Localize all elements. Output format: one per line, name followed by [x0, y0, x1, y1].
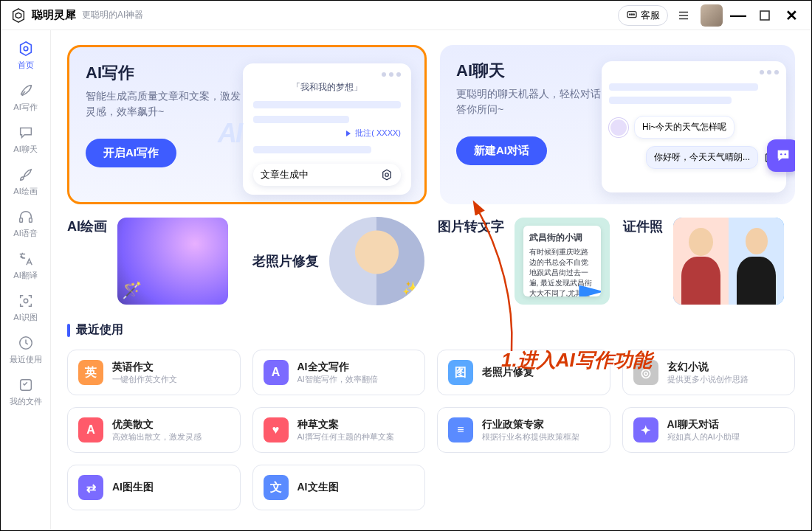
sidebar-item-write[interactable]: AI写作 [1, 81, 50, 113]
recent-card-essay[interactable]: A优美散文高效输出散文，激发灵感 [67, 407, 241, 453]
main-content: AI写作 智能生成高质量文章和文案，激发灵感，效率飙升~ 开启AI写作 「我和我… [51, 30, 811, 530]
recent-card-subtitle: 宛如真人的AI小助理 [667, 431, 740, 442]
sidebar-item-label: AI聊天 [13, 144, 37, 155]
recent-card-icon: ♥ [264, 417, 289, 442]
sidebar-item-label: 最近使用 [10, 354, 42, 365]
svg-point-17 [785, 153, 786, 155]
sidebar-item-home[interactable]: 首页 [1, 39, 50, 71]
recent-grid: 英英语作文一键创作英文作文AAI全文写作AI智能写作，效率翻倍图老照片修复◎玄幻… [67, 350, 795, 510]
recent-card-restore[interactable]: 图老照片修复 [437, 350, 610, 395]
hero-card-ai-chat[interactable]: AI聊天 更聪明的聊天机器人，轻松对话，答你所问~ 新建AI对话 Hi~今天的天… [440, 45, 795, 204]
folder-icon [16, 375, 35, 395]
tool-title: AI绘画 [67, 218, 107, 305]
sidebar-item-label: AI识图 [13, 312, 37, 323]
sidebar-item-draw[interactable]: AI绘画 [1, 165, 50, 197]
recent-card-title: 英语作文 [112, 361, 177, 374]
preview-annotation-label: 批注( XXXX) [253, 128, 401, 139]
speech-bubble-icon [626, 10, 638, 21]
svg-rect-7 [760, 11, 769, 20]
tool-photo-restore[interactable]: 老照片修复 [252, 218, 424, 305]
titlebar: 聪明灵犀 更聪明的AI神器 客服 — ✕ [1, 1, 811, 30]
new-ai-chat-button[interactable]: 新建AI对话 [456, 136, 547, 165]
recent-card-icon: ◎ [633, 360, 658, 385]
hero-card-ai-write[interactable]: AI写作 智能生成高质量文章和文案，激发灵感，效率飙升~ 开启AI写作 「我和我… [67, 45, 427, 204]
recent-card-txt2img[interactable]: 文AI文生图 [252, 465, 426, 510]
svg-point-11 [24, 299, 28, 303]
scan-icon [16, 291, 35, 310]
support-label: 客服 [641, 9, 660, 22]
sidebar-item-files[interactable]: 我的文件 [1, 375, 50, 407]
sidebar-item-translate[interactable]: AI翻译 [1, 249, 50, 281]
recent-card-icon: 英 [78, 360, 103, 385]
recent-card-icon: 文 [264, 475, 289, 500]
recent-card-icon: 图 [448, 360, 473, 385]
recent-card-chat[interactable]: ✦AI聊天对话宛如真人的AI小助理 [622, 407, 796, 453]
tool-preview-image [329, 217, 424, 305]
write-preview-panel: 「我和我的梦想」 批注( XXXX) AI 文章生成中 [243, 63, 411, 195]
sidebar-item-label: 我的文件 [10, 396, 42, 407]
recent-card-subtitle: 一键创作英文作文 [112, 374, 177, 385]
sidebar-item-label: AI绘画 [13, 186, 37, 197]
clock-icon [16, 333, 35, 353]
svg-point-2 [631, 14, 632, 15]
sidebar: 首页 AI写作 AI聊天 AI绘画 AI语音 AI翻译 AI识图 最近使用 [1, 30, 51, 530]
translate-icon [16, 249, 35, 268]
tool-id-photo[interactable]: 证件照 [623, 218, 795, 305]
hero-description: 更聪明的聊天机器人，轻松对话，答你所问~ [456, 86, 611, 117]
chat-fab-icon [767, 139, 795, 172]
sidebar-item-label: 首页 [18, 60, 34, 71]
window-minimize-button[interactable]: — [727, 4, 749, 27]
sidebar-item-voice[interactable]: AI语音 [1, 207, 50, 239]
tool-ocr[interactable]: 图片转文字 武昌街的小调 有时候到重庆吃路边的书总会不自觉地跟武昌街过去一遍, … [438, 218, 610, 305]
support-button[interactable]: 客服 [618, 5, 668, 26]
headphone-icon [16, 207, 35, 226]
menu-button[interactable] [672, 4, 695, 27]
svg-point-8 [24, 46, 28, 51]
recent-card-english[interactable]: 英英语作文一键创作英文作文 [67, 350, 241, 395]
avatar-icon [609, 118, 628, 137]
app-logo-icon [10, 7, 27, 24]
preview-status-text: 文章生成中 [261, 168, 309, 181]
sidebar-item-ocr[interactable]: AI识图 [1, 291, 50, 323]
square-icon [760, 10, 770, 21]
ocr-doc-body: 有时候到重庆吃路边的书总会不自觉地跟武昌街过去一遍, 最近发现武昌街大大不同了,… [529, 247, 596, 297]
recent-card-img2img[interactable]: ⇄AI图生图 [67, 465, 241, 510]
svg-rect-9 [19, 218, 22, 223]
window-close-button[interactable]: ✕ [780, 4, 802, 27]
hero-description: 智能生成高质量文章和文案，激发灵感，效率飙升~ [86, 88, 241, 119]
recent-card-icon: ✦ [633, 417, 658, 442]
recent-card-title: 老照片修复 [482, 366, 534, 379]
recent-card-title: AI全文写作 [297, 361, 378, 374]
sidebar-item-chat[interactable]: AI聊天 [1, 123, 50, 155]
tool-ai-painting[interactable]: AI绘画 [67, 218, 239, 305]
preview-quote: 「我和我的梦想」 [253, 81, 401, 94]
recent-card-grass[interactable]: ♥种草文案AI撰写任何主题的种草文案 [252, 407, 426, 453]
recent-card-policy[interactable]: ≡行业政策专家根据行业名称提供政策框架 [437, 407, 610, 453]
recent-card-icon: ⇄ [78, 475, 103, 500]
tool-title: 图片转文字 [438, 218, 504, 305]
svg-rect-13 [20, 380, 31, 391]
recent-card-title: AI文生图 [297, 481, 339, 494]
svg-point-1 [630, 14, 630, 15]
sidebar-item-recent[interactable]: 最近使用 [1, 333, 50, 365]
svg-point-14 [385, 173, 389, 177]
ai-badge-icon: AI [218, 118, 241, 149]
chat-icon [16, 123, 35, 142]
recent-card-fullwrite[interactable]: AAI全文写作AI智能写作，效率翻倍 [252, 350, 426, 395]
app-tagline: 更聪明的AI神器 [82, 9, 143, 21]
start-ai-write-button[interactable]: 开启AI写作 [86, 139, 176, 167]
tool-row: AI绘画 老照片修复 图片转文字 武昌街的小调 有时候到重庆吃路边的书总会不自觉… [67, 218, 795, 305]
home-hex-icon [16, 39, 35, 58]
feather-icon [16, 81, 35, 100]
user-avatar[interactable] [701, 4, 723, 27]
hex-spinner-icon [380, 168, 393, 181]
hero-row: AI写作 智能生成高质量文章和文案，激发灵感，效率飙升~ 开启AI写作 「我和我… [67, 45, 795, 204]
recent-card-fantasy[interactable]: ◎玄幻小说提供更多小说创作思路 [622, 350, 796, 395]
recent-card-subtitle: 高效输出散文，激发灵感 [112, 431, 202, 442]
recent-card-subtitle: AI智能写作，效率翻倍 [297, 374, 378, 385]
chat-message-in: Hi~今天的天气怎样呢 [634, 116, 734, 139]
recent-card-title: 行业政策专家 [482, 418, 579, 431]
recent-card-title: AI聊天对话 [667, 418, 740, 431]
svg-rect-10 [29, 218, 32, 223]
window-maximize-button[interactable] [754, 4, 776, 27]
